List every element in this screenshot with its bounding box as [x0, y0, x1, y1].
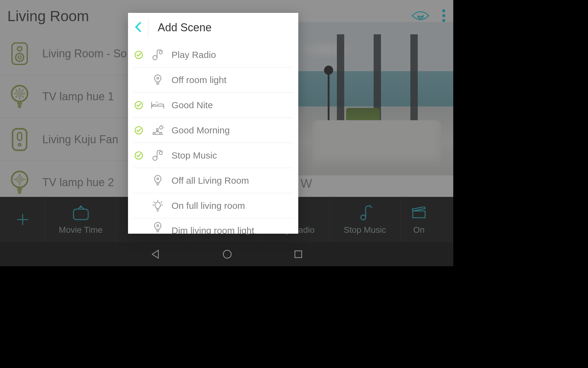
bulb-off-icon: [151, 174, 165, 187]
scene-option[interactable]: Off room light: [133, 67, 293, 93]
scene-option[interactable]: zzGood Nite: [133, 93, 293, 118]
scene-option-label: Dim living room light: [172, 225, 254, 234]
scene-option-label: Play Radio: [172, 50, 216, 60]
svg-point-42: [160, 126, 163, 129]
scene-option[interactable]: Dim living room light: [133, 218, 293, 234]
bulb-off-icon: [151, 74, 165, 86]
scene-option[interactable]: On full living room: [133, 193, 293, 218]
music-icon: [151, 150, 165, 161]
svg-point-46: [156, 128, 158, 130]
dialog-title: Add Scene: [158, 21, 212, 34]
checked-icon: [134, 151, 144, 160]
svg-point-49: [159, 151, 162, 155]
checked-icon: [134, 126, 144, 135]
scene-option[interactable]: Play Radio: [133, 42, 293, 67]
scene-option[interactable]: Good Morning: [133, 118, 293, 143]
scene-option-label: Good Nite: [172, 100, 213, 110]
scene-option-label: Stop Music: [172, 150, 217, 161]
svg-point-62: [157, 225, 159, 227]
svg-point-34: [153, 56, 157, 60]
svg-line-54: [153, 201, 155, 203]
svg-line-45: [163, 125, 163, 126]
svg-point-48: [153, 156, 157, 160]
checked-icon: [134, 51, 144, 59]
scene-option-label: On full living room: [172, 201, 245, 211]
svg-text:zz: zz: [156, 101, 159, 104]
bed-icon: zz: [151, 101, 165, 110]
add-scene-dialog: Add Scene Play RadioOff room lightzzGood…: [128, 13, 298, 234]
checked-icon: [134, 101, 144, 109]
wake-icon: [151, 125, 165, 136]
bulb-off-icon: [151, 221, 165, 234]
svg-point-38: [157, 77, 159, 79]
bulb-on-icon: [151, 200, 165, 212]
svg-point-52: [157, 178, 159, 180]
svg-point-35: [159, 51, 162, 54]
back-icon[interactable]: [134, 21, 142, 34]
scene-option[interactable]: Off all Living Room: [133, 168, 293, 193]
svg-line-55: [161, 201, 162, 203]
scene-option-label: Good Morning: [172, 125, 230, 136]
dialog-list[interactable]: Play RadioOff room lightzzGood NiteGood …: [128, 42, 298, 234]
scene-option[interactable]: Stop Music: [133, 143, 293, 168]
music-icon: [151, 49, 165, 60]
scene-option-label: Off all Living Room: [172, 175, 249, 186]
scene-option-label: Off room light: [172, 75, 227, 85]
